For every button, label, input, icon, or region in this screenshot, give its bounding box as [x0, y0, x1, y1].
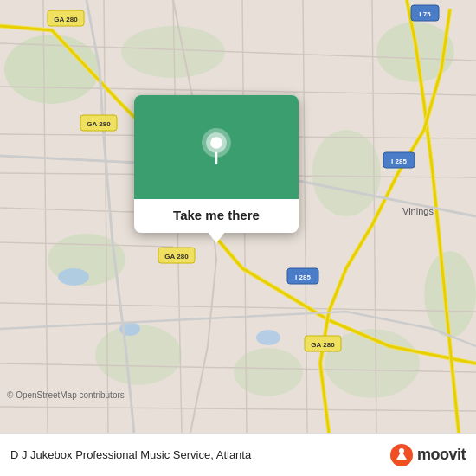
svg-text:GA 280: GA 280 [311, 341, 335, 349]
svg-point-12 [256, 330, 280, 345]
popup-card: Take me there [134, 95, 299, 233]
moovit-icon [389, 443, 414, 467]
bottom-bar: D J Jukebox Professional Music Service, … [0, 433, 476, 476]
svg-text:I 285: I 285 [391, 158, 407, 165]
place-name: D J Jukebox Professional Music Service, … [10, 448, 389, 461]
popup-tail [208, 232, 225, 243]
svg-point-48 [399, 448, 404, 453]
svg-text:I 285: I 285 [295, 273, 311, 281]
svg-text:GA 280: GA 280 [87, 120, 111, 128]
svg-point-45 [210, 137, 222, 149]
svg-text:I 75: I 75 [419, 10, 431, 18]
attribution-text: © OpenStreetMap contributors [7, 390, 125, 400]
svg-text:GA 280: GA 280 [54, 16, 78, 23]
map-container: GA 280 GA 280 GA 280 GA 280 I 75 I 285 I… [0, 0, 476, 433]
svg-point-10 [58, 268, 89, 286]
popup-map-area [134, 95, 299, 199]
take-me-there-button[interactable]: Take me there [173, 208, 260, 222]
popup-button-area: Take me there [134, 199, 299, 233]
moovit-text: moovit [417, 446, 466, 464]
location-pin-icon [197, 128, 235, 166]
svg-point-4 [312, 130, 381, 216]
svg-text:Vinings: Vinings [402, 206, 434, 216]
svg-text:GA 280: GA 280 [164, 253, 189, 261]
svg-point-3 [121, 26, 225, 78]
svg-point-7 [234, 348, 303, 396]
moovit-logo: moovit [389, 443, 466, 467]
